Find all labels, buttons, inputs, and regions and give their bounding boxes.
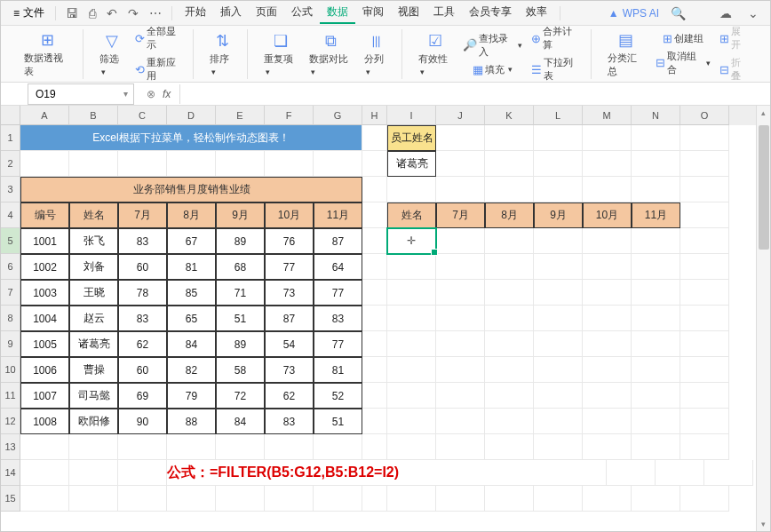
emp-name-value[interactable]: 诸葛亮 <box>387 151 436 177</box>
data-cell[interactable]: 69 <box>118 383 167 409</box>
name-box[interactable]: O19 <box>28 83 134 105</box>
data-cell[interactable]: 司马懿 <box>69 383 118 409</box>
col-header-N[interactable]: N <box>632 106 680 125</box>
data-cell[interactable]: 刘备 <box>69 254 118 280</box>
cell[interactable] <box>680 434 729 460</box>
cell[interactable] <box>485 434 534 460</box>
cell[interactable] <box>583 357 632 383</box>
cell[interactable] <box>362 151 387 177</box>
row-header-4[interactable]: 4 <box>1 202 20 228</box>
cell[interactable] <box>216 434 265 460</box>
col-header-I[interactable]: I <box>387 106 436 125</box>
col-header-H[interactable]: H <box>362 106 387 125</box>
collapse-button[interactable]: ⊟折叠 <box>716 54 752 84</box>
data-cell[interactable]: 52 <box>314 383 362 409</box>
data-cell[interactable]: 王晓 <box>69 280 118 306</box>
grid[interactable]: Excel根据下拉菜单，轻松制作动态图表！员工姓名诸葛亮业务部销售月度销售业绩编… <box>20 125 756 512</box>
cell[interactable] <box>362 202 387 228</box>
cell[interactable] <box>534 254 583 280</box>
cell[interactable] <box>485 254 534 280</box>
cell[interactable] <box>534 280 583 306</box>
cell[interactable] <box>436 357 485 383</box>
data-cell[interactable]: 78 <box>118 280 167 306</box>
col-header-E[interactable]: E <box>216 106 265 125</box>
row-header-14[interactable]: 14 <box>1 460 20 486</box>
cell[interactable] <box>704 460 753 486</box>
cell[interactable] <box>362 434 387 460</box>
print-icon[interactable]: ⎙ <box>84 4 100 23</box>
cell[interactable] <box>362 125 387 151</box>
cell[interactable] <box>632 306 680 331</box>
data-cell[interactable]: 1005 <box>20 331 69 357</box>
table-header[interactable]: 11月 <box>314 202 362 228</box>
cell[interactable] <box>534 228 583 254</box>
select-all-corner[interactable] <box>1 106 20 125</box>
data-cell[interactable]: 81 <box>314 357 362 383</box>
row-header-12[interactable]: 12 <box>1 409 20 434</box>
data-cell[interactable]: 83 <box>265 409 314 434</box>
cell[interactable] <box>534 357 583 383</box>
cell[interactable] <box>387 177 436 202</box>
save-icon[interactable]: 🖫 <box>61 4 83 23</box>
formula-input[interactable] <box>179 84 770 104</box>
data-cell[interactable]: 84 <box>167 331 216 357</box>
cell[interactable] <box>583 331 632 357</box>
cell[interactable] <box>583 151 632 177</box>
data-cell[interactable]: 89 <box>216 331 265 357</box>
cell[interactable] <box>632 177 680 202</box>
row-header-13[interactable]: 13 <box>1 434 20 460</box>
data-cell[interactable]: 65 <box>167 306 216 331</box>
cell[interactable] <box>632 254 680 280</box>
fx-icon[interactable]: fx <box>163 88 171 100</box>
cell[interactable] <box>436 409 485 434</box>
cell[interactable] <box>362 383 387 409</box>
data-cell[interactable]: 87 <box>265 306 314 331</box>
search-icon[interactable]: 🔍 <box>666 4 690 23</box>
cell[interactable] <box>534 151 583 177</box>
cell[interactable] <box>314 151 362 177</box>
data-cell[interactable]: 88 <box>167 409 216 434</box>
cell[interactable] <box>167 434 216 460</box>
consolidate-button[interactable]: ⊕合并计算 <box>528 23 584 53</box>
cell[interactable] <box>362 331 387 357</box>
data-cell[interactable]: 64 <box>314 254 362 280</box>
cell[interactable] <box>680 409 729 434</box>
cell[interactable] <box>20 434 69 460</box>
cell[interactable] <box>680 202 729 228</box>
tab-审阅[interactable]: 审阅 <box>355 2 391 24</box>
dropdown-list-button[interactable]: ☰下拉列表 <box>528 54 584 84</box>
data-cell[interactable]: 77 <box>314 280 362 306</box>
data-cell[interactable]: 诸葛亮 <box>69 331 118 357</box>
row-header-15[interactable]: 15 <box>1 486 20 512</box>
col-header-B[interactable]: B <box>69 106 118 125</box>
col-header-C[interactable]: C <box>118 106 167 125</box>
tab-开始[interactable]: 开始 <box>178 2 213 24</box>
tab-插入[interactable]: 插入 <box>213 2 249 24</box>
data-cell[interactable]: 60 <box>118 254 167 280</box>
cell[interactable] <box>387 357 436 383</box>
data-cell[interactable]: 87 <box>314 228 362 254</box>
cell[interactable] <box>436 151 485 177</box>
cell[interactable] <box>265 434 314 460</box>
title-banner[interactable]: Excel根据下拉菜单，轻松制作动态图表！ <box>20 125 362 151</box>
cell[interactable] <box>118 486 167 512</box>
data-cell[interactable]: 欧阳修 <box>69 409 118 434</box>
cell[interactable] <box>485 486 534 512</box>
data-cell[interactable]: 82 <box>167 357 216 383</box>
data-cell[interactable]: 72 <box>216 383 265 409</box>
scroll-up-icon[interactable]: ▴ <box>757 106 770 120</box>
validation-button[interactable]: ☑有效性▾ <box>413 28 457 80</box>
data-cell[interactable]: 79 <box>167 383 216 409</box>
caret-down-icon[interactable]: ⌄ <box>743 4 763 23</box>
data-cell[interactable]: 1003 <box>20 280 69 306</box>
cell[interactable] <box>20 460 69 486</box>
filter-button[interactable]: ▽筛选▾ <box>94 28 130 80</box>
right-header[interactable]: 姓名 <box>387 202 436 228</box>
col-header-G[interactable]: G <box>314 106 362 125</box>
data-cell[interactable]: 83 <box>314 306 362 331</box>
cell[interactable] <box>680 331 729 357</box>
row-header-5[interactable]: 5 <box>1 228 20 254</box>
group-button[interactable]: ⊞创建组 <box>652 30 714 47</box>
cell[interactable] <box>387 409 436 434</box>
cell[interactable] <box>314 434 362 460</box>
